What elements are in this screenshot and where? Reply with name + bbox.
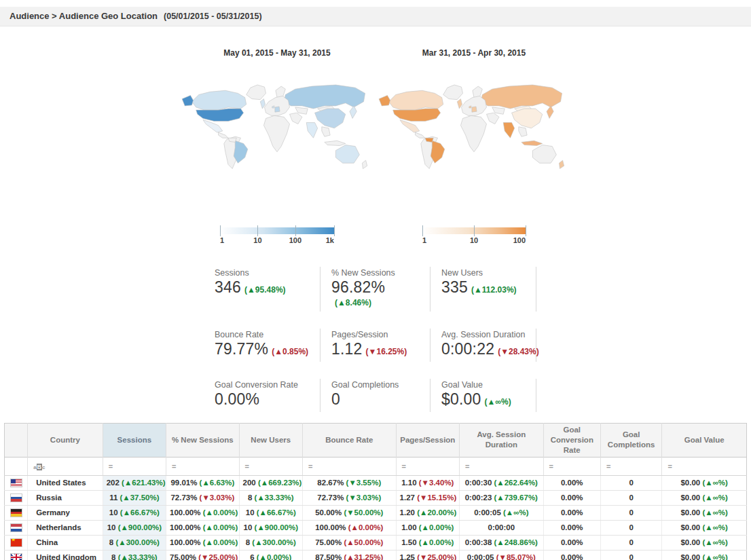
map-region-alaska[interactable] bbox=[182, 95, 193, 105]
map-region-alaska[interactable] bbox=[379, 95, 390, 105]
map-region-germany[interactable] bbox=[275, 107, 280, 112]
column-header-goal_comp[interactable]: Goal Completions bbox=[600, 423, 661, 457]
map-region-central-america[interactable] bbox=[219, 132, 228, 138]
metric-delta: (▲0.85%) bbox=[272, 347, 308, 356]
map-region-venezuela[interactable] bbox=[228, 138, 236, 142]
filter-cell-new_sessions[interactable]: = bbox=[166, 457, 239, 475]
filter-cell-avg_duration[interactable]: = bbox=[460, 457, 544, 475]
metric-card: New Users335(▲112.03%) bbox=[431, 267, 536, 312]
column-header-bounce_rate[interactable]: Bounce Rate bbox=[302, 423, 396, 457]
goal_comp-cell: 0 bbox=[600, 490, 661, 505]
map-region-india[interactable] bbox=[306, 123, 317, 138]
table-row[interactable]: China8 (▲300.00%)100.00% (▲0.00%)8 (▲300… bbox=[5, 535, 747, 550]
sessions-cell: 202 (▲621.43%) bbox=[103, 475, 166, 490]
map-region-venezuela[interactable] bbox=[425, 138, 433, 142]
column-header-goal_value[interactable]: Goal Value bbox=[662, 423, 747, 457]
map-region-china[interactable] bbox=[512, 109, 543, 128]
map-region-australia[interactable] bbox=[532, 145, 556, 164]
map-region-indonesia[interactable] bbox=[521, 141, 543, 145]
delta-value: (▲900.00%) bbox=[118, 523, 162, 531]
table-row[interactable]: Russia11 (▲37.50%)72.73% (▼3.03%)8 (▲33.… bbox=[5, 490, 747, 505]
filter-cell-goal_comp[interactable]: = bbox=[600, 457, 661, 475]
filter-cell-bounce_rate[interactable]: = bbox=[302, 457, 396, 475]
map-region-united-states[interactable] bbox=[196, 109, 244, 122]
new_sessions-cell: 100.00% (▲0.00%) bbox=[166, 535, 239, 550]
map-region-central-america[interactable] bbox=[416, 132, 425, 138]
map-region-southeast-asia[interactable] bbox=[322, 127, 330, 136]
map-region-brazil[interactable] bbox=[234, 141, 248, 163]
map-region-middle-east[interactable] bbox=[290, 113, 303, 124]
new_users-cell: 8 (▲300.00%) bbox=[239, 535, 302, 550]
world-map[interactable] bbox=[376, 75, 572, 189]
country-cell: Netherlands bbox=[28, 520, 103, 535]
column-header-avg_duration[interactable]: Avg. Session Duration bbox=[460, 423, 544, 457]
goal_comp-cell: 0 bbox=[600, 535, 661, 550]
map-region-russia[interactable] bbox=[284, 85, 365, 109]
map-region-canada[interactable] bbox=[389, 90, 443, 110]
bounce_rate-cell: 87.50% (▲31.25%) bbox=[302, 550, 396, 560]
pages_session-cell: 1.50 (▲0.00%) bbox=[396, 535, 459, 550]
country-cell: Germany bbox=[28, 505, 103, 520]
column-header-new_users[interactable]: New Users bbox=[239, 423, 302, 457]
map-region-mexico[interactable] bbox=[400, 119, 420, 132]
country-cell: Russia bbox=[28, 490, 103, 505]
map-region-canada[interactable] bbox=[192, 90, 246, 110]
metric-value: 0.00% bbox=[215, 390, 259, 408]
map-region-germany[interactable] bbox=[472, 107, 477, 112]
map-region-japan[interactable] bbox=[547, 106, 553, 119]
map-region-russia[interactable] bbox=[481, 85, 562, 109]
summary-cards: Sessions346(▲95.48%)% New Sessions96.82%… bbox=[215, 267, 536, 412]
map-region-greenland[interactable] bbox=[443, 85, 463, 100]
world-map[interactable] bbox=[179, 75, 375, 189]
table-row[interactable]: Netherlands10 (▲900.00%)100.00% (▲0.00%)… bbox=[5, 520, 747, 535]
flag-cell bbox=[5, 535, 28, 550]
map-region-europe[interactable] bbox=[264, 96, 289, 116]
filter-cell-goal_conv[interactable]: = bbox=[543, 457, 600, 475]
bounce_rate-cell: 50.00% (▼50.00%) bbox=[302, 505, 396, 520]
filter-cell-pages_session[interactable]: = bbox=[396, 457, 459, 475]
equals-filter-icon: = bbox=[109, 462, 113, 470]
column-header-country[interactable]: Country bbox=[28, 423, 103, 457]
map-region-new-zealand[interactable] bbox=[362, 160, 367, 168]
column-header-sessions[interactable]: Sessions bbox=[103, 423, 166, 457]
map-region-middle-east[interactable] bbox=[487, 113, 500, 124]
table-row[interactable]: United States202 (▲621.43%)99.01% (▲6.63… bbox=[5, 475, 747, 490]
column-header-pages_session[interactable]: Pages/Session bbox=[396, 423, 459, 457]
goal_conv-cell: 0.00% bbox=[543, 475, 600, 490]
report-header-bar: Audience > Audience Geo Location(05/01/2… bbox=[0, 7, 751, 26]
filter-cell-country[interactable]: aBc bbox=[28, 457, 103, 475]
column-header-goal_conv[interactable]: Goal Conversion Rate bbox=[543, 423, 600, 457]
filter-cell-sessions[interactable]: = bbox=[103, 457, 166, 475]
map-region-greenland[interactable] bbox=[246, 85, 266, 100]
map-region-brazil[interactable] bbox=[431, 141, 445, 163]
map-region-mexico[interactable] bbox=[203, 119, 223, 132]
cn-flag-icon bbox=[10, 538, 22, 547]
filter-cell-goal_value[interactable]: = bbox=[662, 457, 747, 475]
map-region-australia[interactable] bbox=[335, 145, 359, 164]
table-row[interactable]: Germany10 (▲66.67%)100.00% (▲0.00%)10 (▲… bbox=[5, 505, 747, 520]
map-region-europe[interactable] bbox=[461, 96, 486, 116]
map-region-india[interactable] bbox=[503, 123, 514, 138]
map-region-scandinavia[interactable] bbox=[276, 86, 285, 97]
column-header-new_sessions[interactable]: % New Sessions bbox=[166, 423, 239, 457]
delta-value: (▲33.33%) bbox=[255, 493, 294, 502]
goal_value-cell: $0.00 (▲∞%) bbox=[662, 475, 747, 490]
map-region-southeast-asia[interactable] bbox=[519, 127, 527, 136]
metric-label: Goal Value bbox=[441, 380, 529, 390]
map-region-united-states[interactable] bbox=[393, 109, 441, 122]
map-region-scandinavia[interactable] bbox=[473, 86, 482, 97]
map-region-new-zealand[interactable] bbox=[559, 160, 564, 168]
legend-tick-label: 100 bbox=[289, 236, 301, 244]
metric-delta: (▲95.48%) bbox=[244, 285, 286, 295]
map-region-indonesia[interactable] bbox=[325, 141, 346, 145]
map-region-africa[interactable] bbox=[460, 115, 486, 151]
map-region-china[interactable] bbox=[315, 109, 346, 128]
sessions-cell: 8 (▲33.33%) bbox=[103, 550, 166, 560]
table-row[interactable]: United Kingdom8 (▲33.33%)75.00% (▼25.00%… bbox=[5, 550, 747, 560]
filter-cell-new_users[interactable]: = bbox=[239, 457, 302, 475]
map-region-japan[interactable] bbox=[350, 106, 356, 119]
delta-value: (▼25.00%) bbox=[417, 553, 456, 560]
metric-label: Bounce Rate bbox=[215, 330, 313, 339]
map-region-africa[interactable] bbox=[263, 115, 289, 151]
avg_duration-cell: 0:00:05 (▲∞%) bbox=[460, 505, 544, 520]
